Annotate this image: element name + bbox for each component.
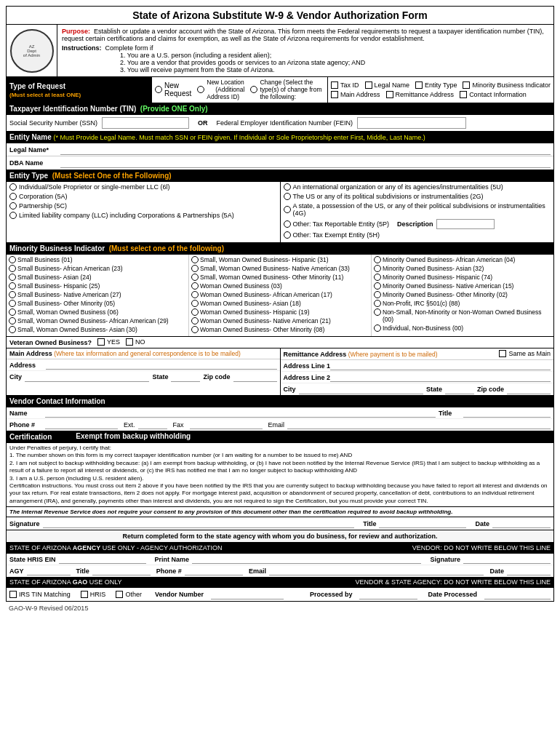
mb-radio-01[interactable] bbox=[9, 256, 16, 263]
remit-state-input[interactable] bbox=[445, 385, 474, 394]
mb-29[interactable]: Small, Woman Owned Business- African Ame… bbox=[9, 317, 186, 324]
main-address-checkbox[interactable]: Main Address bbox=[331, 91, 380, 98]
mb-radio-31[interactable] bbox=[191, 256, 199, 263]
hris-checkbox[interactable]: HRIS bbox=[81, 591, 106, 598]
contact-phone-input[interactable] bbox=[45, 420, 118, 429]
main-city-input[interactable] bbox=[25, 372, 149, 382]
new-request-radio[interactable] bbox=[155, 86, 162, 93]
remittance-address-checkbox[interactable]: Remittance Address bbox=[386, 91, 455, 98]
same-as-main-cb[interactable] bbox=[499, 350, 506, 357]
processed-by-input[interactable] bbox=[359, 590, 417, 599]
cert-sig-input[interactable] bbox=[43, 519, 355, 528]
description-input[interactable] bbox=[436, 219, 495, 229]
entity-type-checkbox[interactable]: Entity Type bbox=[415, 81, 457, 89]
mb-02[interactable]: Minority Owned Business- Other Minority … bbox=[374, 291, 551, 298]
contact-email-input[interactable] bbox=[287, 420, 551, 429]
mb-18[interactable]: Woman Owned Business- Asian (18) bbox=[191, 300, 369, 307]
et-option-9[interactable]: Other: Tax Exempt Entity (5H) bbox=[284, 231, 551, 239]
mb-radio-33[interactable] bbox=[191, 265, 199, 272]
minority-business-cb[interactable] bbox=[463, 81, 470, 89]
same-as-main[interactable]: Same as Main bbox=[499, 350, 551, 357]
mb-19[interactable]: Woman Owned Business- Hispanic (19) bbox=[191, 308, 369, 316]
et-radio-8[interactable] bbox=[284, 220, 291, 228]
contact-information-checkbox[interactable]: Contact Information bbox=[460, 91, 527, 98]
mb-radio-19[interactable] bbox=[191, 308, 199, 316]
mb-24[interactable]: Small Business- Asian (24) bbox=[9, 274, 186, 281]
legal-name-cb[interactable] bbox=[365, 81, 372, 89]
legal-name-input[interactable] bbox=[60, 145, 551, 155]
mb-27[interactable]: Small Business- Native American (27) bbox=[9, 291, 186, 298]
mb-non-small[interactable]: Non-Small, Non-Minority or Non-Woman Own… bbox=[374, 308, 551, 323]
veteran-no-cb[interactable] bbox=[126, 338, 133, 346]
irs-tin-checkbox[interactable]: IRS TIN Matching bbox=[9, 591, 71, 598]
et-radio-6[interactable] bbox=[284, 193, 291, 200]
mb-01[interactable]: Small Business (01) bbox=[9, 256, 186, 263]
exempt-backup-checkbox[interactable]: Exempt from backup withholding bbox=[66, 432, 191, 440]
cert-title-input[interactable] bbox=[379, 519, 466, 528]
agency-email-input[interactable] bbox=[269, 566, 484, 575]
agency-agy-input[interactable] bbox=[27, 566, 71, 575]
remit-addr2-input[interactable] bbox=[330, 372, 551, 382]
mb-radio-17[interactable] bbox=[191, 291, 199, 298]
entity-type-cb[interactable] bbox=[415, 81, 423, 89]
mb-radio-03[interactable] bbox=[191, 282, 199, 290]
mb-30[interactable]: Small, Woman Owned Business- Asian (30) bbox=[9, 326, 186, 333]
mb-radio-88[interactable] bbox=[374, 300, 381, 307]
agency-title-input[interactable] bbox=[92, 566, 151, 575]
agency-phone-input[interactable] bbox=[185, 566, 243, 575]
mb-33[interactable]: Small, Woman Owned Business- Native Amer… bbox=[191, 265, 369, 272]
et-radio-3[interactable] bbox=[9, 202, 17, 210]
contact-fax-input[interactable] bbox=[190, 420, 263, 429]
ssn-input[interactable] bbox=[102, 117, 189, 129]
mb-radio-11[interactable] bbox=[191, 274, 199, 281]
cert-date-input[interactable] bbox=[492, 519, 551, 528]
et-option-1[interactable]: Individual/Sole Proprietor or single-mem… bbox=[9, 183, 277, 191]
remit-city-input[interactable] bbox=[299, 385, 423, 394]
remit-zip-input[interactable] bbox=[507, 385, 551, 394]
mb-radio-06[interactable] bbox=[9, 308, 16, 316]
mb-radio-02[interactable] bbox=[374, 291, 381, 298]
mb-17[interactable]: Woman Owned Business- African American (… bbox=[191, 291, 369, 298]
mb-05[interactable]: Small Business- Other Minority (05) bbox=[9, 300, 186, 307]
agency-hris-input[interactable] bbox=[59, 554, 146, 564]
et-radio-2[interactable] bbox=[9, 193, 17, 200]
other-cb[interactable] bbox=[116, 591, 123, 598]
vendor-number-input[interactable] bbox=[211, 590, 284, 599]
contact-name-input[interactable] bbox=[45, 408, 436, 418]
mb-radio-32[interactable] bbox=[374, 265, 381, 272]
et-option-8[interactable]: Other: Tax Reportable Entity (5P) Descri… bbox=[284, 219, 551, 229]
new-location-option[interactable]: New Location(Additional Address ID) bbox=[197, 79, 244, 100]
mb-11[interactable]: Small, Woman Owned Business- Other Minor… bbox=[191, 274, 369, 281]
mb-radio-21[interactable] bbox=[191, 317, 199, 324]
veteran-yes[interactable]: YES bbox=[97, 338, 120, 346]
et-option-7[interactable]: A state, a possession of the US, or any … bbox=[284, 202, 551, 217]
et-radio-7[interactable] bbox=[284, 206, 291, 213]
mb-radio-27[interactable] bbox=[9, 291, 16, 298]
mb-radio-23[interactable] bbox=[9, 265, 16, 272]
contact-title-input[interactable] bbox=[463, 408, 551, 418]
main-address-input[interactable] bbox=[46, 360, 277, 370]
agency-sig-input[interactable] bbox=[463, 554, 551, 564]
mb-03[interactable]: Woman Owned Business (03) bbox=[191, 282, 369, 290]
mb-74[interactable]: Minority Owned Business- Hispanic (74) bbox=[374, 274, 551, 281]
mb-04[interactable]: Minority Owned Business- African America… bbox=[374, 256, 551, 263]
mb-radio-08[interactable] bbox=[191, 326, 199, 333]
new-request-option[interactable]: New Request bbox=[155, 81, 191, 97]
et-option-3[interactable]: Partnership (5C) bbox=[9, 202, 277, 210]
mb-15[interactable]: Minority Owned Business- Native American… bbox=[374, 282, 551, 290]
main-address-cb[interactable] bbox=[331, 91, 338, 98]
contact-ext-input[interactable] bbox=[138, 420, 167, 429]
new-location-radio[interactable] bbox=[197, 86, 204, 93]
mb-31[interactable]: Small, Woman Owned Business- Hispanic (3… bbox=[191, 256, 369, 263]
mb-radio-individual[interactable] bbox=[374, 324, 381, 332]
mb-radio-30[interactable] bbox=[9, 326, 16, 333]
mb-08[interactable]: Woman Owned Business- Other Minority (08… bbox=[191, 326, 369, 333]
legal-name-checkbox[interactable]: Legal Name bbox=[365, 81, 410, 89]
mb-radio-18[interactable] bbox=[191, 300, 199, 307]
mb-radio-29[interactable] bbox=[9, 317, 16, 324]
date-processed-input[interactable] bbox=[484, 590, 551, 599]
mb-radio-15[interactable] bbox=[374, 282, 381, 290]
mb-radio-74[interactable] bbox=[374, 274, 381, 281]
et-radio-9[interactable] bbox=[284, 231, 291, 239]
minority-business-checkbox[interactable]: Minority Business Indicator bbox=[463, 81, 551, 89]
